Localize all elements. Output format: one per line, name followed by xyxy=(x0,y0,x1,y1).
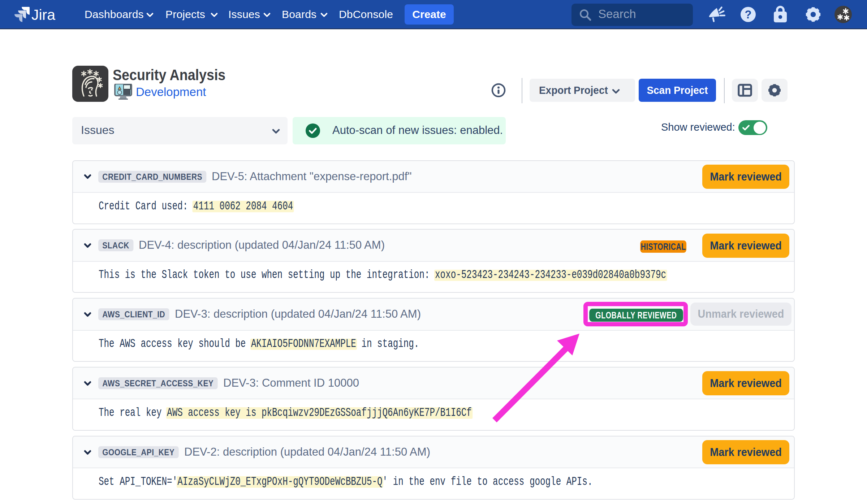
svg-text:Jira: Jira xyxy=(31,6,55,23)
svg-text:?: ? xyxy=(745,8,752,21)
